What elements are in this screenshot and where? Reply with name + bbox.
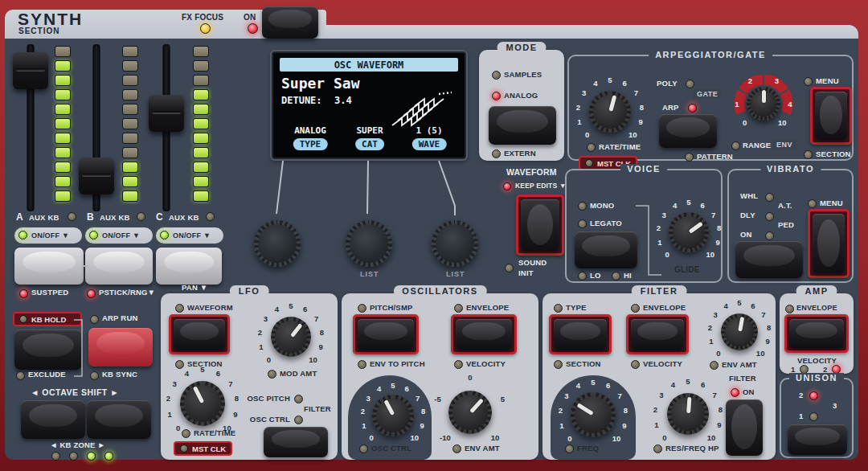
kb-hold-led <box>19 315 27 323</box>
aux-a-button[interactable] <box>14 248 84 285</box>
amp-envelope-button[interactable] <box>789 319 844 348</box>
osc-env-amt-knob[interactable]: -10-50510 <box>420 374 520 451</box>
osc-env-to-pitch-led <box>358 360 366 369</box>
exclude-led <box>16 371 25 380</box>
waveform-button[interactable] <box>521 199 559 251</box>
filter-env-amt-knob[interactable]: 012345678910 <box>699 295 780 369</box>
lcd-soft1: ANALOG TYPE <box>281 125 339 138</box>
arp-section-frame <box>810 87 852 145</box>
aux-b-letter: B <box>87 211 94 223</box>
pan-label: PAN ▼ <box>182 283 207 292</box>
fader-a-cap[interactable] <box>13 52 48 89</box>
sustped-led <box>19 289 28 298</box>
vibrato-dly-led <box>765 212 774 221</box>
encoder-3[interactable] <box>432 220 478 267</box>
encoder-2-list-label: LIST <box>360 270 379 278</box>
lcd-header: OSC WAVEFORM <box>280 58 458 72</box>
octave-down-button[interactable] <box>21 400 85 439</box>
kb-hold-button[interactable] <box>14 330 82 370</box>
mode-button[interactable] <box>489 106 556 145</box>
voice-mono-label: MONO <box>590 201 614 210</box>
keep-edits-label: KEEP EDITS ▼ <box>515 182 567 190</box>
kb-sync-led <box>90 371 99 380</box>
arp-button[interactable] <box>659 114 717 148</box>
sustped-label: SUSTPED <box>31 288 68 297</box>
lfo-osc-pitch-label: OSC PITCH <box>244 394 290 403</box>
synth-on-led <box>248 23 258 34</box>
arp-range-knob[interactable]: 0123410 <box>727 68 800 140</box>
lfo-osc-pitch-led <box>294 395 303 403</box>
fx-focus-label: FX FOCUS <box>182 13 223 22</box>
synth-on-button[interactable] <box>262 6 318 39</box>
arp-rate-knob[interactable]: 012345678910 <box>568 72 652 152</box>
mode-analog-led <box>492 92 501 100</box>
lfo-panel: LFO WAVEFORM SECTION 012345678910 MOD AM… <box>161 293 338 460</box>
lfo-mod-amt-label: MOD AMT <box>280 369 317 378</box>
fader-b[interactable] <box>79 44 114 215</box>
synth-panel: SYNTH SECTION FX FOCUS ON A AUX KB B AUX… <box>0 0 868 471</box>
oscillators-title: OSCILLATORS <box>393 285 486 297</box>
arp-run-button[interactable] <box>88 328 153 367</box>
osc-env-amt-label: ENV AMT <box>465 444 500 453</box>
aux-b-onoff[interactable]: ON/OFF ▼ <box>85 227 153 244</box>
meter-c <box>193 46 209 202</box>
aux-c-button[interactable] <box>156 248 222 285</box>
amp-title: AMP <box>796 285 837 297</box>
vibrato-button[interactable] <box>735 241 803 278</box>
aux-c-onoff[interactable]: ON/OFF ▼ <box>156 227 223 244</box>
vibrato-menu-button[interactable] <box>813 214 845 273</box>
lfo-mod-amt-led <box>268 370 276 379</box>
osc-velocity-led <box>454 360 463 369</box>
lfo-waveform-button[interactable] <box>174 319 225 350</box>
glide-knob[interactable]: 012345678910 <box>647 193 731 272</box>
res-knob[interactable]: 012345678910 <box>643 374 733 454</box>
lfo-mst-clk-led <box>180 444 188 453</box>
aux-b-label: AUX KB <box>100 213 130 222</box>
filter-type-button[interactable] <box>554 319 607 350</box>
filter-section-led <box>554 360 563 369</box>
filter-envelope-button[interactable] <box>631 319 684 350</box>
osc-envelope-led <box>454 304 463 313</box>
aux-b-button[interactable] <box>85 248 153 285</box>
sound-init-led <box>505 264 514 272</box>
voice-button[interactable] <box>575 231 637 268</box>
lfo-mod-amt-knob[interactable]: 012345678910 <box>249 298 333 375</box>
arp-section-button[interactable] <box>815 92 847 140</box>
lcd-soft2-key: CAT <box>355 138 384 150</box>
unison-button[interactable] <box>788 424 847 455</box>
osc-pitch-button[interactable] <box>358 319 414 350</box>
header-strip-right <box>325 25 858 39</box>
amp-panel: AMP ENVELOPE VELOCITY 1 2 <box>780 293 854 374</box>
lcd-soft1-value: ANALOG <box>281 125 339 136</box>
fader-a[interactable] <box>13 44 48 215</box>
aux-a-onoff-label: ON/OFF ▼ <box>31 231 69 240</box>
arp-rate-led <box>587 143 596 152</box>
octave-shift-label: ◄ OCTAVE SHIFT ► <box>31 387 119 397</box>
lcd-soft1-key: TYPE <box>293 138 328 150</box>
arp-range-led <box>731 141 740 150</box>
filter-type-led <box>554 304 563 313</box>
vibrato-at-label: A.T. <box>778 201 792 210</box>
filter-type-frame <box>549 314 612 354</box>
unison-panel: UNISON 2 3 1 <box>780 378 854 458</box>
fader-c-cap[interactable] <box>149 95 184 132</box>
kb-zone-led-4 <box>104 452 113 461</box>
octave-up-button[interactable] <box>87 400 151 439</box>
lfo-dest-button[interactable] <box>264 427 328 457</box>
filter-env-amt-label: ENV AMT <box>722 360 757 369</box>
res-label: RES/FREQ HP <box>665 444 719 453</box>
fader-c[interactable] <box>149 44 184 215</box>
encoder-3-list-label: LIST <box>446 270 465 278</box>
encoder-1[interactable] <box>254 220 301 267</box>
section-subtitle: SECTION <box>18 27 59 35</box>
lcd-param-label: DETUNE: <box>281 95 322 106</box>
aux-a-onoff[interactable]: ON/OFF ▼ <box>14 227 82 244</box>
osc-envelope-button[interactable] <box>456 319 512 350</box>
lfo-filter-label: FILTER <box>304 404 331 413</box>
sound-init-label-1: SOUND <box>518 258 547 267</box>
freq-label: FREQ <box>577 444 599 453</box>
encoder-2[interactable] <box>346 220 392 267</box>
fader-b-cap[interactable] <box>79 158 114 195</box>
lcd-display: OSC WAVEFORM Super Saw DETUNE: 3.4 ANALO… <box>272 51 466 159</box>
osc-envelope-label: ENVELOPE <box>466 303 509 312</box>
